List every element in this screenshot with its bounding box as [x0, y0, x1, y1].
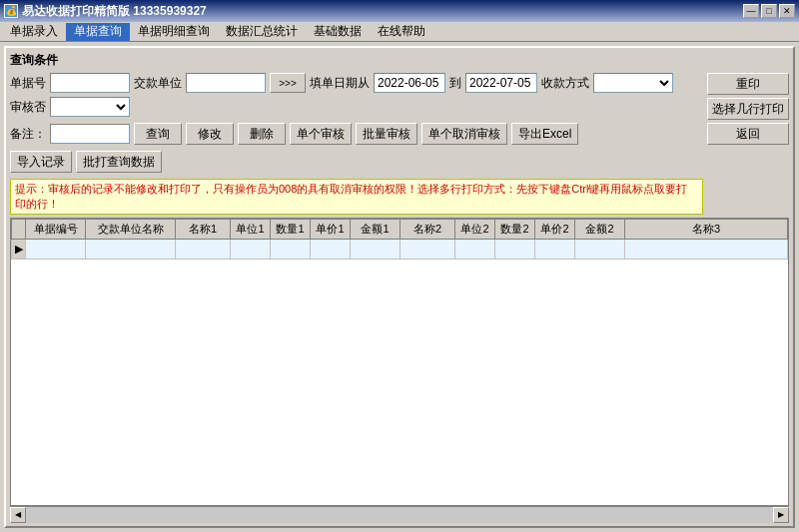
export-excel-button[interactable]: 导出Excel [511, 123, 578, 145]
table-row[interactable]: ▶ [12, 240, 788, 260]
cell-unit2 [455, 240, 495, 260]
cell-unit1 [231, 240, 271, 260]
payment-select[interactable] [593, 73, 673, 93]
cell-qty2 [495, 240, 535, 260]
field1-input[interactable] [50, 73, 130, 93]
app-icon: 💰 [4, 4, 18, 18]
menu-bar: 单据录入 单据查询 单据明细查询 数据汇总统计 基础数据 在线帮助 [0, 22, 799, 42]
horizontal-scrollbar[interactable]: ◀ ▶ [10, 506, 789, 522]
menu-item-help[interactable]: 在线帮助 [370, 23, 433, 41]
cell-price2 [535, 240, 575, 260]
cell-amount2 [575, 240, 625, 260]
col-header-7: 名称2 [400, 220, 455, 240]
col-header-8: 单位2 [455, 220, 495, 240]
col-header-10: 单价2 [535, 220, 575, 240]
menu-item-base-data[interactable]: 基础数据 [306, 23, 370, 41]
maximize-button[interactable]: □ [761, 4, 777, 18]
tip-row: 提示：审核后的记录不能修改和打印了，只有操作员为008的具有取消审核的权限！选择… [10, 179, 703, 215]
back-button[interactable]: 返回 [707, 123, 789, 145]
col-header-1: 交款单位名称 [86, 220, 176, 240]
main-window: 查询条件 单据号 交款单位 >>> 填单日期从 到 [0, 42, 799, 532]
close-button[interactable]: ✕ [779, 4, 795, 18]
toolbar-row-2: 备注： 查询 修改 删除 单个审核 批量审核 单个取消审核 批量取消审核 导出E… [10, 123, 703, 145]
choose-print-button[interactable]: 选择几行打印 [707, 98, 789, 120]
date-to-label: 到 [449, 75, 461, 92]
menu-item-data-entry[interactable]: 单据录入 [2, 23, 66, 41]
col-header-12: 名称3 [625, 220, 788, 240]
payment-label: 收款方式 [541, 75, 589, 92]
toolbar-row-3: 导入记录 批打查询数据 [10, 151, 703, 173]
cell-name1 [176, 240, 231, 260]
audit-label: 审核否 [10, 99, 46, 116]
note-label: 备注： [10, 126, 46, 143]
inner-panel: 查询条件 单据号 交款单位 >>> 填单日期从 到 [4, 46, 795, 528]
menu-item-stats[interactable]: 数据汇总统计 [218, 23, 306, 41]
menu-item-query[interactable]: 单据查询 [66, 23, 130, 41]
window-controls: — □ ✕ [743, 4, 795, 18]
section-label: 查询条件 [10, 52, 789, 69]
cell-name3 [625, 240, 788, 260]
cell-amount1 [351, 240, 400, 260]
data-table-container: 单据编号 交款单位名称 名称1 单位1 数量1 单价1 金额1 名称2 单位2 … [10, 218, 789, 506]
col-header-3: 单位1 [231, 220, 271, 240]
col-header-2: 名称1 [176, 220, 231, 240]
window-title: 易达收据打印精简版 13335939327 [22, 3, 207, 20]
cell-name2 [400, 240, 455, 260]
col-header-0: 单据编号 [26, 220, 86, 240]
col-header-6: 金额1 [351, 220, 400, 240]
import-records-button[interactable]: 导入记录 [10, 151, 72, 173]
col-header-5: 单价1 [311, 220, 351, 240]
right-buttons: 重印 选择几行打印 返回 [707, 73, 789, 218]
col-header-4: 数量1 [271, 220, 311, 240]
minimize-button[interactable]: — [743, 4, 759, 18]
audit-select[interactable] [50, 97, 130, 117]
top-section: 单据号 交款单位 >>> 填单日期从 到 收款方式 [10, 73, 789, 218]
cell-name [86, 240, 176, 260]
scroll-left-button[interactable]: ◀ [10, 507, 26, 523]
field1-label: 单据号 [10, 75, 46, 92]
modify-button[interactable]: 修改 [186, 123, 234, 145]
title-bar: 💰 易达收据打印精简版 13335939327 — □ ✕ [0, 0, 799, 22]
cell-price1 [311, 240, 351, 260]
table-header-row: 单据编号 交款单位名称 名称1 单位1 数量1 单价1 金额1 名称2 单位2 … [12, 220, 788, 240]
batch-audit-button[interactable]: 批量审核 [356, 123, 417, 145]
arrow-button[interactable]: >>> [270, 73, 306, 93]
scroll-right-button[interactable]: ▶ [773, 507, 789, 523]
menu-item-detail-query[interactable]: 单据明细查询 [130, 23, 218, 41]
row-indicator: ▶ [12, 240, 26, 260]
row-indicator-header [12, 220, 26, 240]
date-from-label: 填单日期从 [310, 75, 370, 92]
field2-label: 交款单位 [134, 75, 182, 92]
open-data-button[interactable]: 批打查询数据 [76, 151, 162, 173]
note-input[interactable] [50, 124, 130, 144]
single-cancel-audit-button[interactable]: 单个取消审核 [421, 123, 507, 145]
single-audit-button[interactable]: 单个审核 [290, 123, 352, 145]
date-to-input[interactable] [465, 73, 537, 93]
left-controls: 单据号 交款单位 >>> 填单日期从 到 收款方式 [10, 73, 703, 218]
toolbar-row-1: 单据号 交款单位 >>> 填单日期从 到 收款方式 [10, 73, 703, 117]
cell-id [26, 240, 86, 260]
delete-button[interactable]: 删除 [238, 123, 286, 145]
col-header-11: 金额2 [575, 220, 625, 240]
scroll-track[interactable] [26, 507, 773, 523]
cell-qty1 [271, 240, 311, 260]
date-from-input[interactable] [374, 73, 445, 93]
data-table: 单据编号 交款单位名称 名称1 单位1 数量1 单价1 金额1 名称2 单位2 … [11, 219, 788, 260]
field2-input[interactable] [186, 73, 266, 93]
tip-text: 提示：审核后的记录不能修改和打印了，只有操作员为008的具有取消审核的权限！选择… [15, 183, 687, 210]
col-header-9: 数量2 [495, 220, 535, 240]
query-button[interactable]: 查询 [134, 123, 182, 145]
reprint-button[interactable]: 重印 [707, 73, 789, 95]
